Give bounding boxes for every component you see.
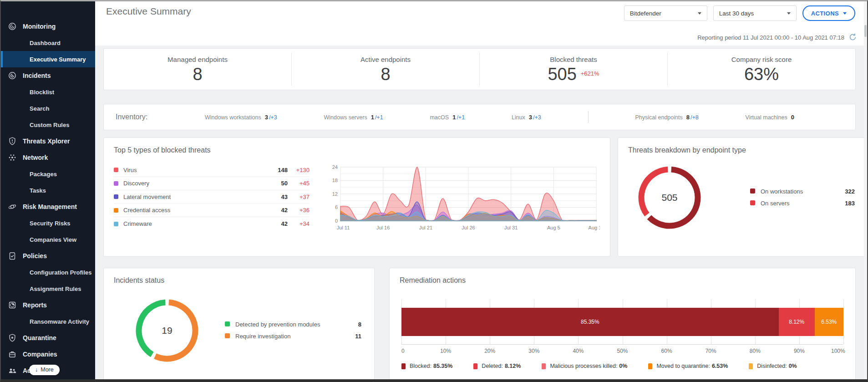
sidebar-item-quarantine[interactable]: Quarantine	[1, 330, 95, 346]
legend-row-on-workstations: On workstations322	[750, 188, 855, 195]
remediation-legend: Blocked:85.35%Deleted:8.12%Malicious pro…	[401, 363, 843, 369]
monitoring-icon	[8, 22, 17, 31]
sidebar-item-incidents[interactable]: Incidents	[1, 67, 95, 84]
svg-text:Aug 5: Aug 5	[547, 225, 560, 230]
sidebar-item-dashboard[interactable]: Dashboard	[1, 35, 95, 51]
inventory-virtual-machines: Virtual machines0	[746, 114, 794, 121]
sidebar-item-label: Monitoring	[23, 23, 56, 30]
refresh-icon[interactable]	[848, 33, 857, 41]
incidents-status-card: Incidents status 19 Detected by preventi…	[103, 268, 375, 382]
kpi-active-endpoints: Active endpoints8	[292, 53, 480, 86]
page-title: Executive Summary	[106, 6, 191, 17]
threats-breakdown-title: Threats breakdown by endpoint type	[618, 138, 868, 157]
sidebar-item-label: Companies	[23, 351, 57, 358]
sidebar-item-threats-xplorer[interactable]: Threats Xplorer	[1, 133, 95, 149]
inventory-windows-workstations: Windows workstations3/+3	[205, 114, 277, 121]
inventory-windows-servers: Windows servers1/+1	[324, 114, 383, 121]
sidebar-item-assignment-rules[interactable]: Assignment Rules	[1, 280, 95, 297]
inventory-macos: macOS1/+1	[430, 114, 465, 121]
sidebar-item-security-risks[interactable]: Security Risks	[1, 215, 95, 231]
sidebar-item-risk-management[interactable]: Risk Management	[1, 199, 95, 215]
axis-tick: 50%	[617, 348, 628, 354]
reporting-period-text: Reporting period 11 Jul 2021 00:00 - 10 …	[697, 34, 844, 41]
sidebar-item-label: Risk Management	[23, 203, 77, 210]
actions-button[interactable]: ACTIONS	[802, 5, 855, 21]
kpi-label: Blocked threats	[480, 56, 667, 63]
sidebar-item-label: Reports	[23, 301, 47, 309]
time-range-dropdown[interactable]: Last 30 days	[713, 5, 797, 21]
sidebar-item-label: Custom Rules	[30, 122, 69, 128]
kpi-value: 505+621%	[480, 66, 667, 83]
legend-swatch	[114, 194, 118, 199]
axis-tick: 0	[401, 348, 405, 354]
legend-row-on-servers: On servers183	[750, 200, 855, 207]
sidebar-item-user-activity[interactable]: User Activity	[1, 379, 95, 379]
legend-swatch	[225, 333, 230, 338]
sidebar-item-search[interactable]: Search	[1, 100, 95, 117]
sidebar-item-companies-view[interactable]: Companies View	[1, 231, 95, 248]
sidebar-item-configuration-profiles[interactable]: Configuration Profiles	[1, 264, 95, 280]
legend-item-moved-to-quarantine: Moved to quarantine:6.53%	[648, 363, 728, 369]
axis-tick: 20%	[484, 348, 495, 354]
legend-swatch	[750, 188, 755, 194]
sidebar-item-tasks[interactable]: Tasks	[1, 182, 95, 199]
sidebar-item-label: Executive Summary	[30, 56, 86, 63]
kpi-company-risk-score: Company risk score63%	[668, 53, 855, 86]
sidebar-item-label: Quarantine	[23, 334, 56, 341]
page-header: Executive Summary Bitdefender Last 30 da…	[95, 1, 867, 46]
main-area: Executive Summary Bitdefender Last 30 da…	[95, 1, 867, 379]
threat-row-crimeware: Crimeware42+34	[114, 217, 310, 231]
sidebar-item-policies[interactable]: Policies	[1, 248, 95, 264]
sidebar-item-reports[interactable]: Reports	[1, 297, 95, 313]
svg-text:Jul 21: Jul 21	[419, 225, 432, 230]
bar-segment-deleted: 8.12%	[779, 308, 815, 336]
axis-tick: 30%	[528, 348, 539, 354]
sidebar-item-companies[interactable]: Companies	[1, 346, 95, 362]
app-window: MonitoringDashboardExecutive SummaryInci…	[0, 0, 868, 382]
kpi-managed-endpoints: Managed endpoints8	[104, 53, 292, 86]
sidebar-item-label: Companies View	[30, 236, 76, 243]
threat-row-discovery: Discovery50+45	[114, 177, 310, 191]
accounts-icon	[8, 366, 17, 375]
remediation-actions-card: Remediation actions 85.35%8.12%6.53% 010…	[389, 268, 856, 382]
charts-row: Top 5 types of blocked threats Virus148+…	[103, 138, 856, 257]
sidebar-item-packages[interactable]: Packages	[1, 166, 95, 182]
svg-text:12: 12	[332, 191, 338, 197]
sidebar-item-blocklist[interactable]: Blocklist	[1, 84, 95, 100]
policies-icon	[8, 251, 17, 260]
sidebar-item-executive-summary[interactable]: Executive Summary	[1, 51, 95, 67]
sidebar-more-button[interactable]: ↓ More	[29, 365, 60, 375]
sidebar-item-custom-rules[interactable]: Custom Rules	[1, 117, 95, 133]
chevron-down-icon	[698, 12, 701, 15]
company-filter-dropdown[interactable]: Bitdefender	[624, 5, 707, 21]
remediation-actions-title: Remediation actions	[390, 268, 855, 287]
legend-item-blocked: Blocked:85.35%	[401, 363, 452, 369]
sidebar-item-label: Assignment Rules	[30, 285, 81, 292]
axis-tick: 100%	[831, 348, 845, 354]
chevron-down-icon	[843, 12, 847, 15]
kpi-delta: +621%	[581, 70, 599, 77]
incidents-status-total: 19	[128, 292, 206, 369]
sidebar-item-label: Search	[30, 105, 49, 112]
axis-tick: 40%	[573, 348, 584, 354]
down-arrow-icon: ↓	[35, 367, 38, 373]
scrollbar-thumb[interactable]	[864, 25, 867, 37]
legend-swatch	[114, 181, 118, 186]
incidents-status-title: Incidents status	[104, 268, 374, 287]
sidebar-item-ransomware-activity[interactable]: Ransomware Activity	[1, 313, 95, 330]
incidents-icon	[8, 71, 17, 80]
kpi-label: Managed endpoints	[104, 56, 291, 63]
remediation-bar-chart: 85.35%8.12%6.53%	[401, 299, 843, 345]
axis-tick: 70%	[706, 348, 716, 354]
legend-swatch	[473, 363, 477, 369]
legend-swatch	[114, 222, 118, 226]
sidebar-item-label: Policies	[23, 252, 47, 260]
sidebar-item-network[interactable]: Network	[1, 149, 95, 166]
threats-breakdown-total: 505	[631, 159, 708, 236]
legend-row-require-investigation: Require investigation11	[225, 333, 361, 340]
sidebar-item-monitoring[interactable]: Monitoring	[1, 18, 95, 35]
sidebar-item-label: Ransomware Activity	[30, 318, 89, 325]
legend-item-malicious-processes-killed: Malicious processes killed:0%	[542, 363, 627, 369]
kpi-blocked-threats: Blocked threats505+621%	[480, 53, 668, 86]
network-icon	[8, 153, 17, 162]
